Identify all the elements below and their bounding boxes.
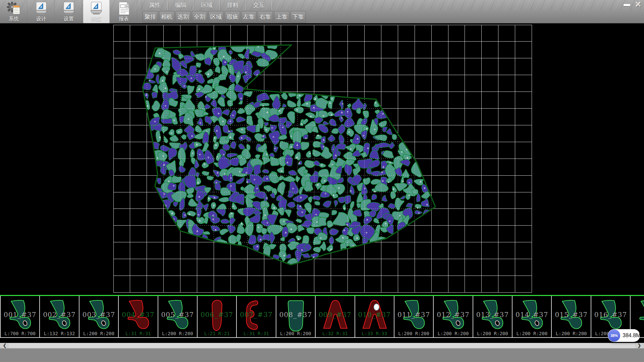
piece-lr-count-label: L:31 R:31: [119, 331, 157, 336]
minimize-button[interactable]: [622, 1, 632, 9]
piece-lr-count-label: L:200 R:200: [434, 331, 472, 336]
piece-lr-count-label: L:31 R:31: [237, 331, 275, 336]
piece-lr-count-label: L:200 R:200: [79, 331, 118, 336]
piece-thumbnail-1[interactable]: 001_#37L:700 R:700: [1, 296, 40, 337]
nav-button-3[interactable]: 设置: [56, 0, 82, 23]
tool-button-10[interactable]: 下靠: [290, 11, 306, 23]
tool-button-7[interactable]: 左靠: [241, 11, 257, 23]
piece-id-label: 015_#37: [552, 311, 590, 319]
piece-id-label: 0: [631, 311, 644, 319]
piece-id-label: 007_#37: [237, 311, 275, 319]
piece-id-label: 012_#37: [434, 311, 472, 319]
piece-thumbnail-5[interactable]: 005_#37L:200 R:200: [158, 296, 198, 337]
piece-id-label: 006_#37: [198, 311, 236, 319]
piece-id-label: 009_#37: [316, 311, 354, 319]
piece-id-label: 011_#37: [394, 311, 433, 319]
nav-button-5[interactable]: 报表: [111, 0, 137, 23]
nav-button-label: 排版: [91, 16, 101, 22]
design-ruler-icon: [34, 1, 49, 16]
piece-lr-count-label: L:200 R:200: [473, 331, 512, 336]
piece-id-label: 002_#37: [40, 311, 78, 319]
piece-thumbnail-15[interactable]: 015_#37L:200 R:200: [552, 296, 591, 337]
nav-button-label: 设置: [64, 16, 74, 22]
piece-thumbnail-9[interactable]: 009_#37L:32 R:31: [316, 296, 355, 337]
progress-size-label: 384.8M: [623, 333, 640, 339]
status-bar: [0, 348, 644, 362]
piece-id-label: 008_#37: [276, 311, 315, 319]
piece-thumbnail-12[interactable]: 012_#37L:200 R:200: [434, 296, 473, 337]
menu-tab-5[interactable]: 交互: [246, 1, 272, 10]
piece-lr-count-label: L:700 R:700: [1, 331, 39, 336]
tool-button-2[interactable]: 相机: [159, 11, 174, 23]
progress-pill[interactable]: 38% 384.8M: [608, 329, 640, 342]
piece-lr-count-label: L:200 R:200: [158, 331, 197, 336]
minimize-icon: [624, 4, 630, 6]
piece-thumbnail-3[interactable]: 003_#37L:200 R:200: [79, 296, 119, 337]
piece-lr-count-label: L:132 R:132: [40, 331, 78, 336]
menu-tab-4[interactable]: 排料: [220, 1, 246, 10]
tool-button-5[interactable]: 区域: [208, 11, 224, 23]
piece-id-label: 003_#37: [79, 311, 118, 319]
tool-button-3[interactable]: 选割: [175, 11, 191, 23]
nav-button-4[interactable]: 排版: [83, 0, 110, 23]
piece-thumbnail-14[interactable]: 014_#37L:200 R:200: [513, 296, 552, 337]
toolbar: 系统设计设置排版报表 属性编辑区域排料交互 聚排相机选割全割区域瑕疵左靠右靠上靠…: [0, 0, 644, 23]
piece-id-label: 013_#37: [473, 311, 512, 319]
piece-thumbnail-6[interactable]: 006_#37L:21 R:21: [198, 296, 237, 337]
piece-lr-count-label: L:33 R:33: [355, 331, 394, 336]
piece-thumbnail-8[interactable]: 008_#37L:200 R:200: [276, 296, 316, 337]
piece-id-label: 016_#37: [591, 311, 630, 319]
scrollbar-thumb[interactable]: [9, 343, 635, 348]
report-doc-icon: [116, 1, 131, 16]
nav-button-label: 报表: [119, 16, 129, 22]
tool-button-4[interactable]: 全割: [192, 11, 207, 23]
piece-id-label: 004_#37: [119, 311, 157, 319]
menu-tab-1[interactable]: 属性: [142, 1, 168, 10]
nav-button-label: 设计: [36, 16, 46, 22]
piece-lr-count-label: L:200 R:200: [513, 331, 551, 336]
leather-nesting-app-window: 系统设计设置排版报表 属性编辑区域排料交互 聚排相机选割全割区域瑕疵左靠右靠上靠…: [0, 0, 644, 362]
piece-thumbnail-4[interactable]: 004_#37L:31 R:31: [119, 296, 158, 337]
menu-tab-3[interactable]: 区域: [194, 1, 220, 10]
progress-percent-badge: 38%: [608, 329, 620, 342]
settings-ruler-icon: [61, 1, 76, 16]
piece-lr-count-label: L:200 R:200: [276, 331, 315, 336]
horizontal-scrollbar[interactable]: ❮ ❯: [0, 343, 644, 348]
menu-tab-2[interactable]: 编辑: [168, 1, 194, 10]
piece-lr-count-label: L:21 R:21: [198, 331, 236, 336]
scroll-left-icon[interactable]: ❮: [1, 343, 9, 348]
nav-button-1[interactable]: 系统: [1, 0, 27, 23]
piece-lr-count-label: L:32 R:31: [316, 331, 354, 336]
piece-thumbnail-10[interactable]: 010_#37L:33 R:33: [355, 296, 394, 337]
piece-id-label: 005_#37: [158, 311, 197, 319]
tool-button-1[interactable]: 聚排: [143, 11, 158, 23]
piece-lr-count-label: L:200 R:200: [552, 331, 590, 336]
tool-button-6[interactable]: 瑕疵: [225, 11, 240, 23]
nav-button-2[interactable]: 设计: [28, 0, 55, 23]
piece-thumbnail-11[interactable]: 011_#37L:200 R:200: [394, 296, 434, 337]
bottom-gap: [0, 338, 644, 343]
nav-button-label: 系统: [9, 16, 19, 22]
system-gear-icon: [6, 1, 21, 16]
piece-id-label: 014_#37: [513, 311, 551, 319]
tool-button-9[interactable]: 上靠: [274, 11, 289, 23]
piece-thumbnail-7[interactable]: 007_#37L:31 R:31: [237, 296, 276, 337]
piece-thumbnail-strip: 001_#37L:700 R:700002_#37L:132 R:132003_…: [0, 296, 644, 338]
nesting-layout-drawing: [0, 23, 644, 295]
piece-id-label: 001_#37: [1, 311, 39, 319]
piece-id-label: 010_#37: [355, 311, 394, 319]
piece-thumbnail-13[interactable]: 013_#37L:200 R:200: [473, 296, 513, 337]
close-button[interactable]: ✕: [633, 0, 643, 9]
piece-lr-count-label: L:200 R:200: [394, 331, 433, 336]
nesting-canvas[interactable]: [0, 23, 644, 295]
piece-thumbnail-2[interactable]: 002_#37L:132 R:132: [40, 296, 79, 337]
tool-button-8[interactable]: 右靠: [258, 11, 273, 23]
nesting-ruler-icon: [89, 1, 104, 16]
scroll-right-icon[interactable]: ❯: [635, 343, 643, 348]
